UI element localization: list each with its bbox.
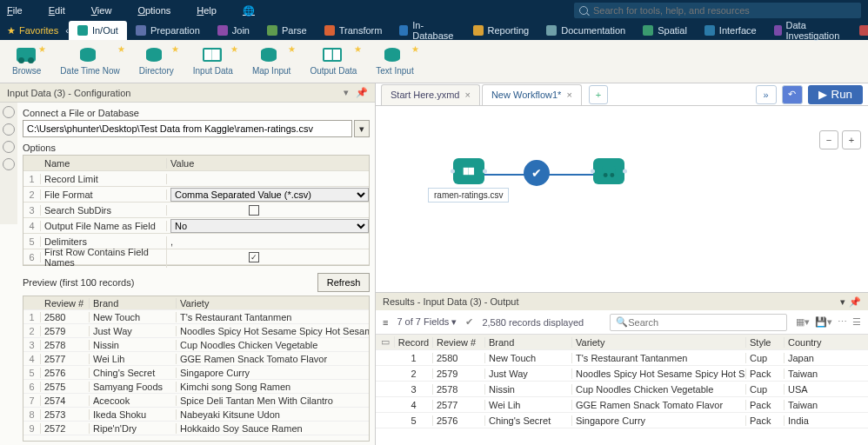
actions-icon[interactable]: ⋯ [838, 316, 847, 328]
sidetab-3[interactable] [3, 141, 15, 153]
folder-icon [77, 25, 88, 36]
options-label: Options [23, 143, 370, 153]
row-select-col[interactable]: ▭ [376, 336, 395, 348]
tool-text-input[interactable]: ★Text Input [376, 48, 413, 76]
sidetab-1[interactable] [3, 106, 15, 118]
tool-label: Input Data [193, 67, 233, 76]
sidetab-4[interactable] [3, 158, 15, 170]
preview-row[interactable]: 52576Ching's SecretSingapore Curry [23, 366, 369, 380]
option-row[interactable]: 6First Row Contains Field Names✓ [23, 249, 369, 265]
option-row[interactable]: 3Search SubDirs [23, 203, 369, 218]
tab-start-here[interactable]: Start Here.yxmd× [381, 84, 480, 105]
pin-icon[interactable]: 📌 [356, 87, 368, 98]
menu-file[interactable]: File [7, 5, 23, 16]
option-select[interactable]: No [170, 219, 369, 233]
preview-row[interactable]: 82573Ikeda ShokuNabeyaki Kitsune Udon [23, 408, 369, 422]
results-table[interactable]: ▭ Record Review # Brand Variety Style Co… [376, 335, 868, 445]
cat-interface[interactable]: Interface [696, 21, 765, 40]
cat-transform[interactable]: Transform [316, 21, 391, 40]
option-checkbox[interactable]: ✓ [249, 252, 259, 262]
search-icon: 🔍 [616, 316, 628, 328]
preview-row[interactable]: 72574AcecookSpice Deli Tantan Men With C… [23, 394, 369, 408]
option-row[interactable]: 4Output File Name as FieldNo [23, 218, 369, 234]
pin-icon[interactable]: 📌 [849, 296, 861, 308]
zoom-in-button[interactable]: + [842, 130, 861, 149]
cat-predictive[interactable]: Predictive [851, 21, 868, 40]
node-select[interactable] [524, 160, 550, 186]
option-checkbox[interactable] [249, 205, 259, 216]
cat-in-out[interactable]: In/Out [69, 21, 127, 40]
star-icon: ★ [230, 44, 238, 54]
workflow-canvas[interactable]: − + ramen-ratings.csv [376, 106, 868, 292]
col[interactable]: Record [395, 337, 433, 348]
expand-icon[interactable]: ▾ [340, 87, 352, 98]
col[interactable]: Variety [572, 337, 746, 348]
menu-edit[interactable]: Edit [49, 5, 65, 16]
list-icon[interactable]: ☰ [852, 316, 861, 328]
col[interactable]: Brand [485, 337, 572, 348]
menu-view[interactable]: View [91, 5, 112, 16]
col[interactable]: Review # [433, 337, 485, 348]
global-search[interactable] [574, 3, 861, 18]
close-icon[interactable]: × [566, 90, 571, 100]
results-search[interactable]: 🔍 [610, 314, 787, 331]
col[interactable]: Country [785, 337, 833, 348]
collapse-icon[interactable]: ▾ [837, 296, 849, 308]
option-row[interactable]: 1Record Limit [23, 171, 369, 187]
table-row[interactable]: 22579Just WayNoodles Spicy Hot Sesame Sp… [376, 366, 868, 382]
add-tab-button[interactable]: + [589, 85, 608, 104]
cat-data-investigation[interactable]: Data Investigation [765, 21, 851, 40]
file-dropdown[interactable]: ▾ [354, 120, 370, 137]
tool-directory[interactable]: ★Directory [139, 48, 174, 76]
tab-new-workflow[interactable]: New Workflow1*× [482, 84, 582, 105]
preview-row[interactable]: 22579Just WayNoodles Spicy Hot Sesame Sp… [23, 324, 369, 338]
cat-documentation[interactable]: Documentation [537, 21, 634, 40]
node-input-data[interactable]: ramen-ratings.csv [428, 158, 509, 203]
menu-help[interactable]: Help [197, 5, 217, 16]
favorites-tab[interactable]: ★ Favorites [0, 21, 65, 40]
save-icon[interactable]: 💾▾ [815, 316, 832, 328]
run-button[interactable]: ▶ Run [808, 85, 863, 104]
cat-spatial[interactable]: Spatial [634, 21, 696, 40]
preview-row[interactable]: 42577Wei LihGGE Ramen Snack Tomato Flavo… [23, 352, 369, 366]
overflow-button[interactable]: » [756, 85, 777, 104]
cat-in-database[interactable]: In-Database [391, 21, 464, 40]
tool-input-data[interactable]: ★Input Data [193, 48, 233, 76]
table-row[interactable]: 32578NissinCup Noodles Chicken Vegetable… [376, 382, 868, 397]
preview-row[interactable]: 92572Ripe'n'DryHokkaido Soy Sauce Ramen [23, 422, 369, 435]
file-path-input[interactable] [23, 120, 352, 137]
table-row[interactable]: 42577Wei LihGGE Ramen Snack Tomato Flavo… [376, 397, 868, 413]
tool-map-input[interactable]: ★Map Input [252, 48, 290, 76]
cat-join[interactable]: Join [209, 21, 258, 40]
tool-output-data[interactable]: ★Output Data [310, 48, 357, 76]
menu-options[interactable]: Options [137, 5, 170, 16]
table-row[interactable]: 12580New TouchT's Restaurant TantanmenCu… [376, 350, 868, 366]
preview-row[interactable]: 32578NissinCup Noodles Chicken Vegetable [23, 338, 369, 352]
tool-datetime-now[interactable]: ★Date Time Now [60, 48, 119, 76]
option-row[interactable]: 2File FormatComma Separated Value (*.csv… [23, 187, 369, 203]
cat-preparation[interactable]: Preparation [127, 21, 209, 40]
config-panel: Input Data (3) - Configuration ▾📌 Connec… [0, 83, 376, 445]
table-row[interactable]: 52576Ching's SecretSingapore CurryPackIn… [376, 413, 868, 428]
option-select[interactable]: Comma Separated Value (*.csv) [170, 188, 369, 202]
cat-label: Preparation [150, 25, 200, 36]
close-icon[interactable]: × [464, 90, 470, 100]
connector[interactable] [545, 174, 598, 176]
cat-parse[interactable]: Parse [258, 21, 316, 40]
undo-button[interactable]: ↶ [782, 85, 803, 104]
metadata-icon[interactable]: ▦▾ [796, 316, 810, 328]
zoom-out-button[interactable]: − [819, 130, 838, 149]
globe-icon[interactable]: 🌐 [243, 5, 255, 17]
global-search-input[interactable] [593, 5, 856, 16]
col[interactable]: Style [746, 337, 785, 348]
preview-row[interactable]: 62575Samyang FoodsKimchi song Song Ramen [23, 380, 369, 394]
node-browse[interactable] [593, 158, 624, 184]
refresh-button[interactable]: Refresh [317, 273, 370, 292]
hamburger-icon[interactable]: ≡ [383, 317, 388, 328]
preview-table[interactable]: Review #BrandVariety 12580New TouchT's R… [23, 296, 370, 442]
results-search-input[interactable] [628, 317, 781, 328]
tool-browse[interactable]: ★Browse [12, 48, 41, 76]
sidetab-2[interactable] [3, 123, 15, 136]
preview-row[interactable]: 12580New TouchT's Restaurant Tantanmen [23, 310, 369, 324]
cat-reporting[interactable]: Reporting [464, 21, 538, 40]
